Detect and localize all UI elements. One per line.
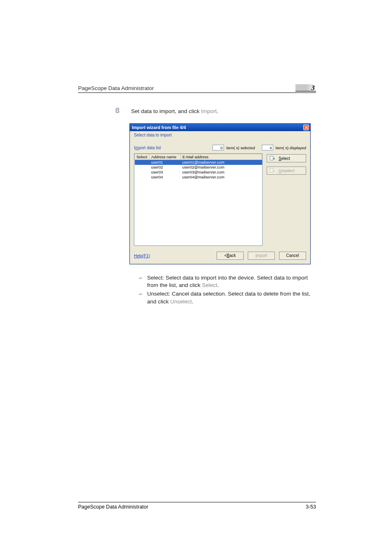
bullet-dash: – bbox=[139, 274, 147, 289]
row-email: user02@mailserver.com bbox=[181, 165, 262, 170]
step-text: Set data to import, and click Import. bbox=[131, 108, 218, 114]
row-email: user04@mailserver.com bbox=[181, 175, 262, 180]
header-title: PageScope Data Administrator bbox=[78, 85, 154, 91]
import-wizard-dialog: Import wizard from file 4/4 Select data … bbox=[129, 123, 311, 264]
step-number: 8 bbox=[113, 106, 120, 115]
svg-rect-0 bbox=[270, 156, 273, 160]
import-list-label-u: m bbox=[135, 146, 138, 150]
row-name: user01 bbox=[150, 160, 181, 165]
select-u: S bbox=[279, 156, 281, 161]
cancel-button[interactable]: Cancel bbox=[279, 252, 306, 260]
unselect-rest: nselect bbox=[281, 169, 295, 173]
dialog-titlebar: Import wizard from file 4/4 bbox=[130, 124, 310, 131]
table-header-row: Select Address name E-Mail address bbox=[135, 154, 262, 160]
col-email-header[interactable]: E-Mail address bbox=[181, 154, 262, 160]
bullet-suffix: . bbox=[217, 282, 219, 288]
import-button: Import bbox=[248, 252, 275, 260]
table-row[interactable]: user04 user04@mailserver.com bbox=[135, 175, 262, 180]
help-link[interactable]: Help(F1) bbox=[134, 254, 150, 258]
row-email: user03@mailserver.com bbox=[181, 170, 262, 175]
select-rest: elect bbox=[281, 156, 290, 161]
close-button[interactable] bbox=[303, 125, 309, 130]
back-button[interactable]: <Back bbox=[217, 252, 244, 260]
close-icon bbox=[304, 126, 308, 130]
select-button[interactable]: Select bbox=[267, 154, 306, 162]
row-email: user01@mailserver.com bbox=[181, 160, 262, 165]
import-list-label-post: port data list bbox=[138, 146, 161, 150]
table-row[interactable]: user01 user01@mailserver.com bbox=[135, 160, 262, 165]
col-name-header[interactable]: Address name bbox=[150, 154, 181, 160]
step-text-prefix: Set data to import, and click bbox=[131, 108, 201, 114]
import-data-table[interactable]: Select Address name E-Mail address user0… bbox=[134, 153, 263, 246]
displayed-count-label: item( s) displayed bbox=[276, 146, 306, 150]
step-button-ref: Import bbox=[201, 108, 217, 114]
bullet-ref: Unselect bbox=[170, 298, 192, 305]
back-rest: ack bbox=[229, 253, 236, 258]
bullet-ref: Select bbox=[202, 282, 218, 288]
selected-count-label: item( s) selected bbox=[226, 146, 255, 150]
displayed-count: 4 bbox=[262, 145, 273, 150]
import-list-label: Import data list bbox=[134, 146, 161, 150]
step-text-suffix: . bbox=[217, 108, 219, 114]
row-name: user02 bbox=[150, 165, 181, 170]
document-remove-icon bbox=[270, 168, 275, 173]
chapter-number: 3 bbox=[295, 84, 316, 92]
dialog-subtitle: Select data to import bbox=[134, 133, 306, 137]
bullet-item: – Unselect: Cancel data selection. Selec… bbox=[139, 290, 316, 305]
unselect-button-label: Unselect bbox=[279, 169, 303, 173]
footer-left: PageScope Data Administrator bbox=[78, 504, 148, 510]
import-rest: mport bbox=[257, 253, 267, 258]
bullet-prefix: Select: Select data to import into the d… bbox=[147, 275, 308, 288]
page-footer: PageScope Data Administrator 3-53 bbox=[78, 502, 316, 510]
col-select-header[interactable]: Select bbox=[135, 154, 150, 160]
dialog-title: Import wizard from file 4/4 bbox=[132, 125, 186, 130]
bullet-dash: – bbox=[139, 290, 147, 305]
row-name: user03 bbox=[150, 170, 181, 175]
bullet-item: – Select: Select data to import into the… bbox=[139, 274, 316, 289]
bullet-suffix: . bbox=[192, 298, 194, 305]
row-name: user04 bbox=[150, 175, 181, 180]
svg-rect-1 bbox=[270, 169, 273, 172]
document-add-icon bbox=[270, 156, 275, 161]
counts-row: Import data list 0 item( s) selected 4 i… bbox=[134, 145, 306, 150]
table-row[interactable]: user03 user03@mailserver.com bbox=[135, 170, 262, 175]
bullet-list: – Select: Select data to import into the… bbox=[139, 274, 316, 305]
unselect-button: Unselect bbox=[267, 166, 306, 175]
selected-count: 0 bbox=[212, 145, 224, 150]
footer-right: 3-53 bbox=[306, 504, 316, 510]
step-row: 8 Set data to import, and click Import. bbox=[113, 106, 316, 115]
page-header: PageScope Data Administrator 3 bbox=[78, 84, 316, 93]
select-button-label: Select bbox=[279, 156, 303, 161]
table-row[interactable]: user02 user02@mailserver.com bbox=[135, 165, 262, 170]
